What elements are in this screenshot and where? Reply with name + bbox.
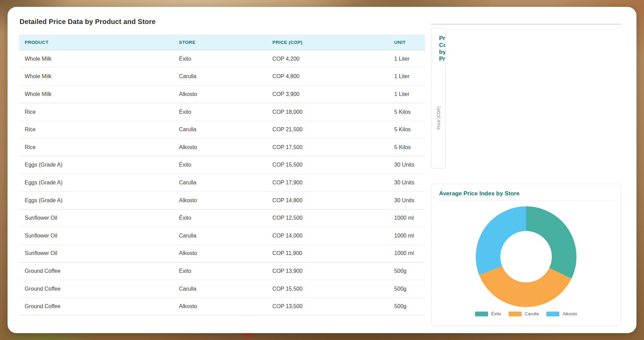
- column-header-product: PRODUCT: [19, 35, 173, 50]
- cell-price: COP 21,500: [267, 121, 389, 138]
- cell-unit: 1000 ml: [388, 227, 425, 245]
- cell-store: Alkosto: [173, 85, 267, 103]
- legend-swatch: [475, 312, 488, 316]
- cell-product: Rice: [19, 121, 173, 138]
- table-row: Eggs (Grade A)AlkostoCOP 14,80030 Units: [19, 192, 425, 209]
- cell-unit: 500g: [388, 262, 425, 280]
- column-header-unit: UNIT: [388, 35, 425, 50]
- cell-store: Éxito: [173, 103, 267, 121]
- cell-product: Ground Coffee: [19, 298, 173, 315]
- table-row: Sunflower OilCarullaCOP 14,0001000 ml: [19, 227, 425, 245]
- cell-unit: 5 Kilos: [388, 103, 425, 121]
- cell-store: Éxito: [173, 50, 267, 68]
- cell-unit: 1000 ml: [388, 209, 425, 227]
- cell-store: Éxito: [173, 262, 267, 280]
- legend-swatch: [546, 312, 559, 316]
- table-row: Ground CoffeeCarullaCOP 15,500500g: [19, 280, 425, 298]
- cell-product: Rice: [19, 103, 173, 121]
- cell-price: COP 14,800: [267, 192, 389, 209]
- cell-unit: 500g: [388, 280, 425, 298]
- cell-store: Alkosto: [173, 245, 267, 263]
- cell-store: Alkosto: [173, 298, 267, 315]
- table-row: Whole MilkCarullaCOP 4,8001 Liter: [19, 68, 425, 86]
- donut-chart-title: Average Price Index by Store: [439, 190, 614, 197]
- legend-item-alkosto[interactable]: Alkosto: [546, 311, 577, 316]
- cell-price: COP 3,900: [267, 85, 389, 103]
- cell-product: Whole Milk: [19, 50, 173, 68]
- cell-product: Sunflower Oil: [19, 245, 173, 263]
- cell-store: Éxito: [173, 156, 267, 174]
- cell-price: COP 11,900: [267, 245, 389, 263]
- cell-store: Carulla: [173, 68, 267, 86]
- cell-product: Ground Coffee: [19, 280, 173, 298]
- cell-unit: 30 Units: [388, 156, 425, 174]
- cell-price: COP 15,500: [267, 280, 389, 298]
- cell-product: Rice: [19, 138, 173, 156]
- donut-chart-legend: ÉxitoCarullaAlkosto: [438, 311, 614, 316]
- cell-price: COP 13,900: [267, 262, 389, 280]
- cell-product: Whole Milk: [19, 68, 173, 86]
- charts-column-divider: [431, 24, 621, 24]
- cell-price: COP 4,200: [267, 50, 389, 68]
- cell-price: COP 15,500: [267, 156, 389, 174]
- price-table-section: Detailed Price Data by Product and Store…: [19, 17, 425, 323]
- table-row: Eggs (Grade A)ÉxitoCOP 15,50030 Units: [19, 156, 425, 174]
- legend-label: Alkosto: [562, 311, 577, 316]
- cell-store: Carulla: [173, 174, 267, 192]
- cell-price: COP 4,800: [267, 68, 389, 86]
- table-row: RiceCarullaCOP 21,5005 Kilos: [19, 121, 425, 138]
- cell-unit: 1000 ml: [388, 245, 425, 263]
- cell-unit: 1 Liter: [388, 50, 425, 68]
- column-header-store: STORE: [173, 35, 267, 50]
- cell-unit: 5 Kilos: [388, 121, 425, 138]
- table-row: RiceAlkostoCOP 17,5005 Kilos: [19, 138, 425, 156]
- legend-item-carulla[interactable]: Carulla: [509, 311, 539, 316]
- donut-chart-area: [438, 206, 614, 308]
- table-row: Sunflower OilÉxitoCOP 12,5001000 ml: [19, 209, 425, 227]
- cell-price: COP 17,500: [267, 138, 389, 156]
- cell-price: COP 14,000: [267, 227, 389, 245]
- cell-store: Éxito: [173, 209, 267, 227]
- table-row: Ground CoffeeAlkostoCOP 13,500500g: [19, 298, 425, 315]
- cell-product: Sunflower Oil: [19, 209, 173, 227]
- cell-unit: 30 Units: [388, 192, 425, 209]
- legend-swatch: [509, 312, 522, 316]
- table-header-row: PRODUCTSTOREPRICE (COP)UNIT: [19, 35, 425, 50]
- cell-unit: 500g: [388, 298, 425, 315]
- cell-store: Carulla: [173, 227, 267, 245]
- cell-product: Sunflower Oil: [19, 227, 173, 245]
- table-row: Sunflower OilAlkostoCOP 11,9001000 ml: [19, 245, 425, 263]
- cell-product: Eggs (Grade A): [19, 156, 173, 174]
- cell-store: Carulla: [173, 121, 267, 138]
- average-price-index-chart-card: Average Price Index by Store ÉxitoCarull…: [431, 184, 621, 326]
- cell-product: Ground Coffee: [19, 262, 173, 280]
- donut-chart[interactable]: [476, 206, 576, 307]
- cell-product: Eggs (Grade A): [19, 174, 173, 192]
- table-row: Whole MilkAlkostoCOP 3,9001 Liter: [19, 85, 425, 103]
- cell-product: Whole Milk: [19, 85, 173, 103]
- column-header-price-cop: PRICE (COP): [267, 35, 389, 50]
- cell-unit: 1 Liter: [388, 85, 425, 103]
- table-row: RiceÉxitoCOP 18,0005 Kilos: [19, 103, 425, 121]
- y-axis-label: Price (COP): [436, 106, 441, 130]
- bar-chart-y-axis: Price (COP) COP 0COP 5,000COP 10,000COP …: [438, 72, 446, 164]
- table-row: Eggs (Grade A)CarullaCOP 17,90030 Units: [19, 174, 425, 192]
- page-title: Detailed Price Data by Product and Store: [20, 18, 425, 26]
- legend-item-exito[interactable]: Éxito: [475, 311, 501, 316]
- legend-label: Carulla: [525, 311, 539, 316]
- cell-price: COP 12,500: [267, 209, 389, 227]
- cell-store: Carulla: [173, 280, 267, 298]
- cell-store: Alkosto: [173, 138, 267, 156]
- cell-unit: 30 Units: [388, 174, 425, 192]
- cell-product: Eggs (Grade A): [19, 192, 173, 209]
- dashboard-card: Detailed Price Data by Product and Store…: [8, 7, 636, 333]
- legend-label: Éxito: [491, 311, 501, 316]
- cell-unit: 1 Liter: [388, 68, 425, 86]
- table-row: Ground CoffeeÉxitoCOP 13,900500g: [19, 262, 425, 280]
- table-row: Whole MilkÉxitoCOP 4,2001 Liter: [19, 50, 425, 68]
- cell-price: COP 13,500: [267, 298, 389, 315]
- price-table: PRODUCTSTOREPRICE (COP)UNIT Whole MilkÉx…: [19, 35, 425, 315]
- charts-column: Price Comparison by Product Price (COP) …: [431, 17, 621, 323]
- cell-store: Alkosto: [173, 192, 267, 209]
- cell-price: COP 18,000: [267, 103, 389, 121]
